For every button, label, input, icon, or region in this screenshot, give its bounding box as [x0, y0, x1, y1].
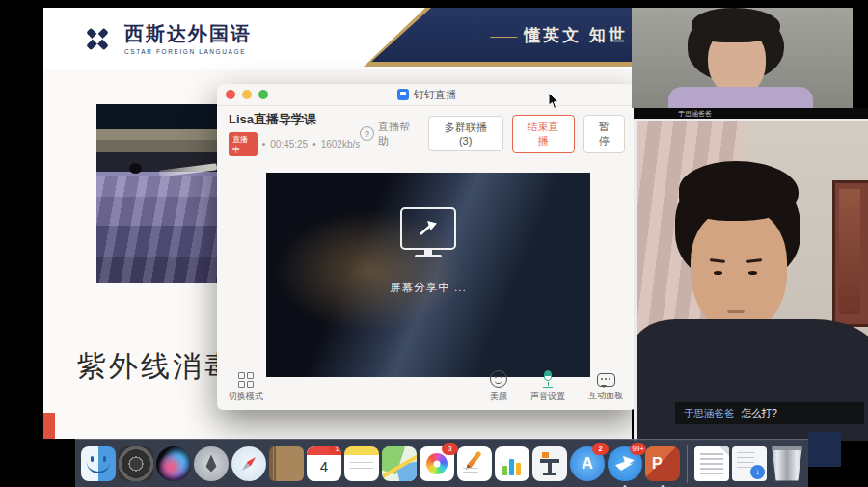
- dock-safari-icon[interactable]: [231, 446, 266, 481]
- beauty-button[interactable]: 美颜: [490, 370, 507, 403]
- dock-document-icon[interactable]: [694, 446, 729, 481]
- share-status-text: 屏幕分享中 ...: [390, 281, 466, 295]
- stats-separator: •: [312, 139, 316, 149]
- slide-banner: —— 懂英文 知世: [371, 8, 632, 62]
- sound-settings-label: 声音设置: [530, 391, 565, 403]
- dock-powerpoint-icon[interactable]: P: [645, 446, 680, 481]
- screen-share-preview: 屏幕分享中 ...: [266, 173, 590, 377]
- dock-system-preferences-icon[interactable]: [119, 446, 153, 481]
- multicast-button[interactable]: 多群联播(3): [428, 116, 503, 151]
- sound-settings-button[interactable]: 声音设置: [530, 370, 565, 403]
- screen: —— 懂英文 知世 西斯达外国语 CSTAR FOREIGN LANGUAGE …: [0, 0, 868, 487]
- lamp-fixture: [129, 163, 142, 174]
- dock-divider: [687, 445, 688, 483]
- student-name-label: 于思涵爸爸: [678, 110, 712, 117]
- chat-message-text: 怎么打?: [742, 407, 777, 420]
- desktop-wallpaper-patch: [808, 432, 841, 467]
- live-status-badge: 直播中: [229, 132, 258, 156]
- dock-numbers-icon[interactable]: [495, 446, 529, 481]
- monitor-base: [415, 255, 442, 257]
- interaction-panel-label: 互动面板: [588, 390, 623, 402]
- calendar-day: 4: [307, 458, 341, 474]
- calendar-badge: 1: [329, 446, 341, 455]
- live-help-link[interactable]: ? 直播帮助: [360, 120, 419, 149]
- student-eye: [714, 271, 722, 275]
- student-window-title: 于思涵爸爸: [634, 108, 868, 119]
- appstore-glyph: A: [582, 455, 593, 473]
- help-label: 直播帮助: [378, 120, 420, 149]
- dingtalk-app-icon: [397, 89, 409, 100]
- dock-pages-icon[interactable]: [457, 446, 492, 481]
- download-arrow-icon: ↓: [750, 465, 765, 479]
- uv-lamp-photo: [96, 104, 222, 283]
- student-hair-fringe: [679, 161, 799, 221]
- brand-name-en: CSTAR FOREIGN LANGUAGE: [124, 48, 252, 55]
- dock-photos-icon[interactable]: 3: [420, 446, 454, 481]
- smiley-icon: [490, 370, 507, 388]
- blanket-texture: [96, 176, 222, 283]
- brand-name-cn: 西斯达外国语: [124, 21, 252, 47]
- end-live-button[interactable]: 结束直播: [512, 115, 575, 153]
- minimize-window-button[interactable]: [242, 90, 252, 99]
- interaction-panel-button[interactable]: 互动面板: [588, 370, 623, 403]
- question-icon: ?: [360, 126, 374, 141]
- student-eye: [748, 271, 757, 275]
- dock-trash-icon[interactable]: [770, 446, 804, 481]
- slide-header: —— 懂英文 知世 西斯达外国语 CSTAR FOREIGN LANGUAGE: [43, 8, 632, 69]
- powerpoint-glyph: P: [652, 455, 663, 473]
- dock-maps-icon[interactable]: [382, 446, 417, 481]
- window-title: 钉钉直播: [414, 88, 456, 102]
- slide-title: 紫外线消毒: [77, 347, 236, 387]
- dock-keynote-icon[interactable]: [532, 446, 567, 481]
- teacher-hair-fringe: [692, 8, 780, 42]
- macos-dock: 4 1 3 A 2 99+ P: [75, 439, 808, 487]
- stats-separator: •: [262, 139, 266, 149]
- dock-dingtalk-icon[interactable]: 99+: [608, 446, 642, 481]
- dock-finder-icon[interactable]: [81, 446, 116, 481]
- dock-launchpad-icon[interactable]: [194, 446, 229, 481]
- chat-sender-name: 于思涵爸爸: [684, 407, 735, 420]
- student-face: [691, 209, 787, 335]
- live-toolbar: 切换模式 美颜 声音设置 互动面板: [217, 360, 637, 410]
- banner-dash: ——: [490, 27, 515, 43]
- live-header: Lisa直播导学课 直播中 • 00:45:25 • 1602kb/s ? 直播…: [217, 106, 637, 162]
- picture-frame: [832, 180, 868, 327]
- dock-contacts-icon[interactable]: [269, 446, 304, 481]
- grid-icon: [238, 372, 254, 388]
- zoom-window-button[interactable]: [258, 90, 268, 99]
- microphone-icon: [539, 370, 556, 388]
- switch-mode-button[interactable]: 切换模式: [229, 372, 263, 403]
- switch-mode-label: 切换模式: [229, 391, 263, 403]
- dock-calendar-icon[interactable]: 4 1: [307, 446, 341, 481]
- dock-siri-icon[interactable]: [156, 446, 191, 481]
- beauty-label: 美颜: [490, 391, 507, 403]
- bitrate-value: 1602kb/s: [321, 139, 361, 149]
- close-window-button[interactable]: [226, 90, 235, 99]
- student-webcam[interactable]: [634, 119, 868, 441]
- teacher-shoulders: [668, 87, 813, 108]
- screen-share-icon: [400, 207, 456, 250]
- pause-button[interactable]: 暂停: [583, 115, 625, 153]
- student-mouth: [727, 310, 745, 313]
- dingtalk-badge: 99+: [630, 443, 646, 455]
- dock-notes-icon[interactable]: [344, 446, 379, 481]
- banner-text: 懂英文 知世: [524, 24, 628, 46]
- appstore-badge: 2: [592, 443, 609, 455]
- dock-downloads-icon[interactable]: ↓: [732, 446, 767, 481]
- teacher-video-feed: [632, 8, 853, 108]
- chat-message-overlay: 于思涵爸爸 怎么打?: [675, 402, 864, 424]
- chat-bubble-icon: [597, 373, 615, 387]
- photos-badge: 3: [442, 443, 458, 455]
- slide-corner-decoration: [43, 413, 55, 439]
- elapsed-time: 00:45:25: [270, 139, 308, 149]
- mouse-cursor: [548, 93, 559, 114]
- dingtalk-live-window: 钉钉直播 Lisa直播导学课 直播中 • 00:45:25 • 1602kb/s…: [217, 84, 637, 410]
- teacher-webcam[interactable]: [632, 8, 868, 108]
- cstar-logo-icon: [82, 23, 113, 54]
- session-title: Lisa直播导学课: [229, 111, 360, 128]
- dock-appstore-icon[interactable]: A 2: [570, 446, 605, 481]
- dingtalk-wing-glyph: [615, 456, 635, 471]
- window-titlebar[interactable]: 钉钉直播: [217, 84, 637, 106]
